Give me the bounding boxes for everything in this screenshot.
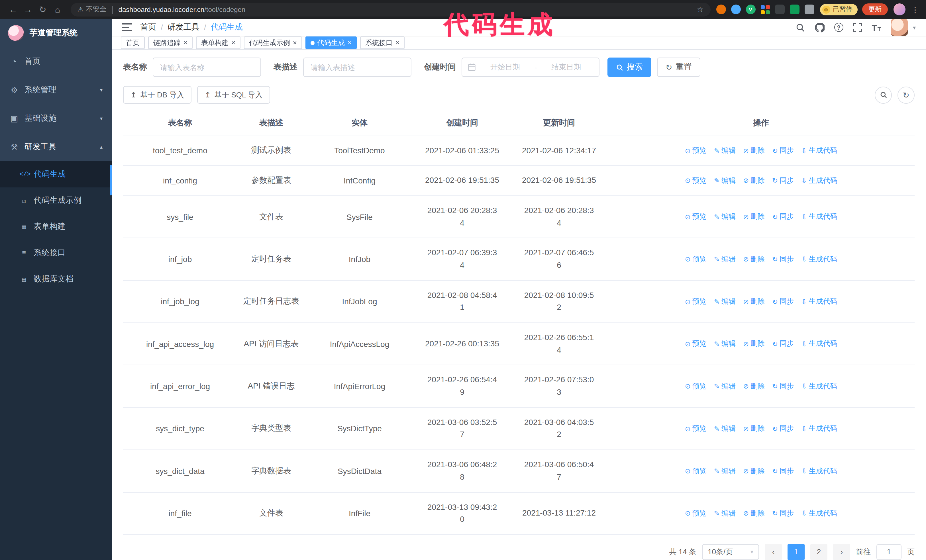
edit-link[interactable]: ✎编辑: [714, 176, 736, 186]
sync-link[interactable]: ↻同步: [772, 382, 794, 391]
extension-plant-icon[interactable]: [790, 5, 799, 14]
edit-link[interactable]: ✎编辑: [714, 212, 736, 222]
sync-link[interactable]: ↻同步: [772, 339, 794, 349]
edit-link[interactable]: ✎编辑: [714, 339, 736, 349]
generate-code-link[interactable]: ⇩生成代码: [801, 382, 837, 391]
close-icon[interactable]: ×: [348, 39, 352, 46]
sidebar-item-system[interactable]: ⚙ 系统管理 ▾: [0, 76, 112, 104]
generate-code-link[interactable]: ⇩生成代码: [801, 509, 837, 518]
extension-dark-icon[interactable]: [775, 5, 784, 14]
sidebar-item-system-api[interactable]: ≣ 系统接口: [0, 240, 112, 266]
tab-codegen-example[interactable]: 代码生成示例 ×: [244, 36, 302, 49]
sidebar-item-codegen-example[interactable]: ☑ 代码生成示例: [0, 187, 112, 214]
generate-code-link[interactable]: ⇩生成代码: [801, 212, 837, 222]
app-logo-row[interactable]: 芋道管理系统: [0, 19, 112, 47]
generate-code-link[interactable]: ⇩生成代码: [801, 339, 837, 349]
edit-link[interactable]: ✎编辑: [714, 254, 736, 264]
preview-link[interactable]: ⊙预览: [685, 146, 707, 155]
sidebar-item-home[interactable]: ◔ 首页: [0, 47, 112, 76]
close-icon[interactable]: ×: [395, 39, 399, 46]
user-avatar[interactable]: [891, 19, 908, 36]
sidebar-item-codegen[interactable]: </> 代码生成: [0, 161, 112, 187]
generate-code-link[interactable]: ⇩生成代码: [801, 424, 837, 433]
search-button[interactable]: 搜索: [607, 57, 651, 77]
fullscreen-icon[interactable]: [853, 23, 862, 32]
delete-link[interactable]: ⊘删除: [743, 466, 765, 476]
browser-profile-avatar[interactable]: [894, 3, 905, 15]
delete-link[interactable]: ⊘删除: [743, 339, 765, 349]
tab-form-builder[interactable]: 表单构建 ×: [196, 36, 241, 49]
avatar-caret-icon[interactable]: ▾: [913, 24, 916, 30]
browser-menu-icon[interactable]: ⋮: [910, 5, 920, 14]
browser-reload-icon[interactable]: ↻: [35, 2, 50, 17]
import-sql-button[interactable]: ↥ 基于 SQL 导入: [197, 86, 270, 104]
tab-home[interactable]: 首页: [121, 36, 145, 49]
close-icon[interactable]: ×: [232, 39, 235, 46]
extension-drop-icon[interactable]: [731, 5, 740, 14]
goto-page-input[interactable]: [876, 544, 902, 560]
preview-link[interactable]: ⊙预览: [685, 339, 707, 349]
sync-link[interactable]: ↻同步: [772, 466, 794, 476]
github-icon[interactable]: [815, 23, 824, 32]
preview-link[interactable]: ⊙预览: [685, 382, 707, 391]
browser-back-icon[interactable]: ←: [6, 2, 21, 17]
prev-page-button[interactable]: ‹: [765, 544, 782, 560]
preview-link[interactable]: ⊙预览: [685, 466, 707, 476]
preview-link[interactable]: ⊙预览: [685, 212, 707, 222]
edit-link[interactable]: ✎编辑: [714, 146, 736, 155]
generate-code-link[interactable]: ⇩生成代码: [801, 297, 837, 306]
reset-button[interactable]: ↻ 重置: [657, 57, 700, 77]
generate-code-link[interactable]: ⇩生成代码: [801, 466, 837, 476]
search-icon[interactable]: [795, 23, 805, 32]
refresh-table-button[interactable]: ↻: [897, 86, 915, 103]
preview-link[interactable]: ⊙预览: [685, 297, 707, 306]
extension-v-icon[interactable]: V: [746, 5, 755, 14]
sidebar-item-form-builder[interactable]: ▦ 表单构建: [0, 214, 112, 240]
sync-link[interactable]: ↻同步: [772, 509, 794, 518]
delete-link[interactable]: ⊘删除: [743, 254, 765, 264]
sync-link[interactable]: ↻同步: [772, 176, 794, 186]
sync-link[interactable]: ↻同步: [772, 424, 794, 433]
edit-link[interactable]: ✎编辑: [714, 297, 736, 306]
sync-link[interactable]: ↻同步: [772, 212, 794, 222]
delete-link[interactable]: ⊘删除: [743, 176, 765, 186]
close-icon[interactable]: ×: [183, 39, 188, 46]
edit-link[interactable]: ✎编辑: [714, 509, 736, 518]
generate-code-link[interactable]: ⇩生成代码: [801, 176, 837, 186]
edit-link[interactable]: ✎编辑: [714, 382, 736, 391]
help-icon[interactable]: ?: [834, 23, 843, 32]
address-bar[interactable]: ⚠ 不安全 dashboard.yudao.iocoder.cn /tool/c…: [71, 3, 710, 16]
close-icon[interactable]: ×: [293, 39, 297, 46]
breadcrumb-home[interactable]: 首页: [140, 22, 156, 32]
page-button-1[interactable]: 1: [788, 544, 805, 560]
tab-system-api[interactable]: 系统接口 ×: [360, 36, 405, 49]
delete-link[interactable]: ⊘删除: [743, 509, 765, 518]
edit-link[interactable]: ✎编辑: [714, 424, 736, 433]
generate-code-link[interactable]: ⇩生成代码: [801, 146, 837, 155]
page-button-2[interactable]: 2: [810, 544, 828, 560]
sidebar-item-devtools[interactable]: ⚒ 研发工具 ▴: [0, 133, 112, 161]
delete-link[interactable]: ⊘删除: [743, 297, 765, 306]
table-name-input[interactable]: [153, 57, 261, 77]
delete-link[interactable]: ⊘删除: [743, 382, 765, 391]
next-page-button[interactable]: ›: [833, 544, 850, 560]
delete-link[interactable]: ⊘删除: [743, 424, 765, 433]
preview-link[interactable]: ⊙预览: [685, 254, 707, 264]
sync-link[interactable]: ↻同步: [772, 254, 794, 264]
sidebar-item-infra[interactable]: ▣ 基础设施 ▾: [0, 104, 112, 133]
preview-link[interactable]: ⊙预览: [685, 424, 707, 433]
page-size-select[interactable]: 10条/页 ▾: [702, 544, 759, 560]
sync-link[interactable]: ↻同步: [772, 146, 794, 155]
toggle-search-button[interactable]: [875, 86, 892, 103]
preview-link[interactable]: ⊙预览: [685, 509, 707, 518]
table-desc-input[interactable]: [303, 57, 412, 77]
sync-paused-badge[interactable]: ☺ 已暂停: [820, 4, 858, 15]
extensions-puzzle-icon[interactable]: [804, 5, 814, 14]
extension-contacts-icon[interactable]: [761, 5, 770, 14]
tab-codegen[interactable]: 代码生成 ×: [306, 36, 357, 49]
extension-fox-icon[interactable]: [716, 5, 726, 14]
import-db-button[interactable]: ↥ 基于 DB 导入: [123, 86, 191, 104]
browser-home-icon[interactable]: ⌂: [50, 2, 65, 17]
browser-forward-icon[interactable]: →: [21, 2, 35, 17]
generate-code-link[interactable]: ⇩生成代码: [801, 254, 837, 264]
